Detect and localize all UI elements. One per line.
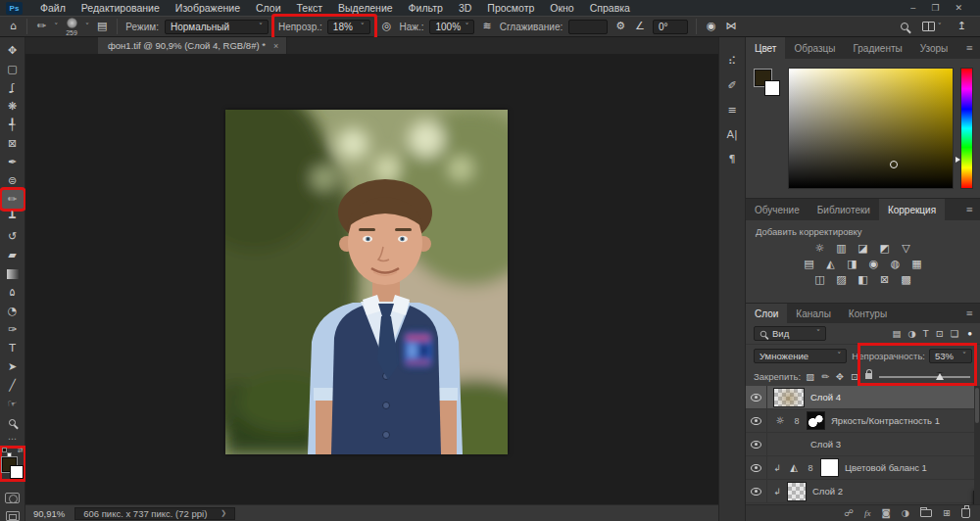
collapsed-panel-icon[interactable]: ⠮ xyxy=(719,49,746,73)
chevron-down-icon[interactable]: ˅ xyxy=(54,23,58,31)
tool-button[interactable]: ◔ xyxy=(2,302,24,320)
adjustment-icon[interactable]: ▦ xyxy=(909,257,925,270)
background-color-swatch[interactable] xyxy=(764,80,780,96)
lock-all-icon[interactable] xyxy=(865,373,872,379)
tab-channels[interactable]: Каналы xyxy=(787,304,840,323)
filter-type-select[interactable]: Вид ˅ xyxy=(754,326,826,341)
filter-icon[interactable]: ❏ xyxy=(951,328,959,339)
zoom-level[interactable]: 90,91% xyxy=(33,508,65,519)
brush-panel-toggle-icon[interactable]: ▤ xyxy=(95,17,109,36)
tool-button[interactable]: ┻ xyxy=(2,209,24,227)
tab-libraries[interactable]: Библиотеки xyxy=(808,199,879,220)
layer-mask-thumbnail[interactable] xyxy=(820,458,839,477)
visibility-cell[interactable] xyxy=(746,386,767,408)
minimize-icon[interactable]: – xyxy=(910,3,915,13)
menu-item[interactable]: Просмотр xyxy=(479,0,542,16)
background-color-swatch[interactable] xyxy=(10,465,24,479)
scrollbar-handle[interactable] xyxy=(975,388,979,423)
search-icon[interactable] xyxy=(901,23,908,30)
tool-button[interactable]: ╱ xyxy=(2,376,24,395)
tool-button[interactable]: ➤ xyxy=(2,357,24,376)
adjustment-icon[interactable]: ▽ xyxy=(899,241,914,255)
panel-menu-icon[interactable]: ≡ xyxy=(965,304,980,323)
lock-icon[interactable]: ⊡ xyxy=(851,371,858,382)
tool-button[interactable]: ▢ xyxy=(2,60,24,78)
home-icon[interactable]: ⌂ xyxy=(8,17,19,36)
default-colors-icon[interactable] xyxy=(2,448,10,455)
tool-button[interactable]: ✏ xyxy=(2,190,24,209)
collapsed-panel-icon[interactable]: A| xyxy=(719,122,746,147)
filter-toggle-icon[interactable]: ● xyxy=(967,329,972,338)
restore-icon[interactable]: ❐ xyxy=(931,3,939,13)
layer-name[interactable]: Слой 3 xyxy=(810,439,841,450)
adjustment-icon[interactable]: ☼ xyxy=(812,241,828,255)
tool-button[interactable]: ╃ xyxy=(2,116,24,134)
menu-item[interactable]: Изображение xyxy=(168,0,248,16)
adjustment-icon[interactable]: ◨ xyxy=(845,257,860,270)
new-adjustment-layer-icon[interactable]: ◑ xyxy=(902,508,909,518)
opacity-select[interactable]: 18% ˅ xyxy=(327,20,370,34)
tool-button[interactable]: ʆ xyxy=(2,78,24,97)
filter-icon[interactable]: T xyxy=(923,328,929,339)
adjustment-icon[interactable]: ◭ xyxy=(823,257,839,270)
tool-button[interactable]: ☞ xyxy=(2,395,24,413)
angle-input[interactable]: 0° xyxy=(653,20,688,34)
tab-paths[interactable]: Контуры xyxy=(840,304,896,323)
tool-button[interactable]: ۵ xyxy=(2,283,24,302)
blend-mode-select[interactable]: Нормальный ˅ xyxy=(165,20,269,34)
layer-blend-mode-select[interactable]: Умножение ˅ xyxy=(754,349,847,363)
layer-row[interactable]: ↲ Слой 2 xyxy=(746,480,980,503)
adjustment-icon[interactable]: ▩ xyxy=(899,272,914,286)
menu-item[interactable]: Редактирование xyxy=(74,0,168,16)
layers-scrollbar[interactable] xyxy=(974,386,980,504)
layer-style-icon[interactable]: fx xyxy=(864,508,871,518)
tool-button[interactable]: ✑ xyxy=(2,320,24,339)
brush-size-preview[interactable]: 259 xyxy=(64,18,79,36)
tool-button[interactable] xyxy=(2,264,24,283)
chevron-down-icon[interactable]: ˅ xyxy=(85,23,89,31)
menu-item[interactable]: Фильтр xyxy=(401,0,451,16)
slider-thumb[interactable] xyxy=(936,372,944,380)
close-tab-icon[interactable]: × xyxy=(273,41,278,51)
layer-mask-thumbnail[interactable] xyxy=(807,411,825,430)
collapsed-panel-icon[interactable]: ✐ xyxy=(719,73,746,98)
adjustment-icon[interactable]: ◩ xyxy=(877,241,893,255)
layer-name[interactable]: Слой 2 xyxy=(812,486,843,497)
tab-patterns[interactable]: Узоры xyxy=(911,37,957,59)
menu-item[interactable]: Слои xyxy=(248,0,289,16)
tool-button[interactable]: ↺ xyxy=(2,227,24,246)
share-icon[interactable]: ↥ xyxy=(956,17,968,36)
close-icon[interactable]: ✕ xyxy=(955,3,962,13)
workspace-switcher[interactable]: ˅ xyxy=(922,22,942,31)
menu-item[interactable]: Окно xyxy=(542,0,581,16)
menu-item[interactable]: Текст xyxy=(289,0,330,16)
brush-preset-icon[interactable]: ✏ xyxy=(35,17,48,36)
adjustment-icon[interactable]: ◧ xyxy=(856,272,871,286)
tab-gradients[interactable]: Градиенты xyxy=(844,37,910,59)
adjustment-icon[interactable]: ▤ xyxy=(802,257,817,270)
color-cursor[interactable] xyxy=(890,161,898,168)
tab-color[interactable]: Цвет xyxy=(746,37,785,59)
filter-icon[interactable]: ⊡ xyxy=(936,328,944,339)
gear-icon[interactable]: ⚙ xyxy=(613,17,627,36)
opacity-slider[interactable] xyxy=(877,369,972,383)
layer-row[interactable]: ↲ ◭ 8 Цветовой баланс 1 xyxy=(746,456,980,480)
adjustment-icon[interactable]: ◪ xyxy=(856,241,871,255)
document-info[interactable]: 606 пикс. x 737 пикс. (72 ppi) ❯ xyxy=(74,507,235,520)
panel-menu-icon[interactable]: ≡ xyxy=(965,37,980,59)
adjustment-icon[interactable]: ◍ xyxy=(888,257,904,270)
canvas[interactable] xyxy=(25,54,718,504)
menu-item[interactable]: Выделение xyxy=(330,0,401,16)
document-tab[interactable]: фон1.tif @ 90,9% (Слой 4, RGB/8#) * × xyxy=(98,37,287,54)
adjustment-icon[interactable]: ⊠ xyxy=(877,272,893,286)
menu-item[interactable]: Файл xyxy=(32,0,74,16)
adjustment-icon[interactable]: ◉ xyxy=(866,257,882,270)
new-layer-icon[interactable]: ⊞ xyxy=(943,508,951,518)
layer-name[interactable]: Слой 4 xyxy=(810,392,841,403)
saturation-brightness-field[interactable] xyxy=(788,68,954,189)
layer-thumbnail[interactable] xyxy=(773,388,805,407)
tool-button[interactable] xyxy=(2,413,24,432)
layer-row[interactable]: Слой 3 xyxy=(746,433,980,456)
lock-icon[interactable]: ▨ xyxy=(806,371,814,382)
pressure-size-icon[interactable]: ◉ xyxy=(705,17,718,36)
